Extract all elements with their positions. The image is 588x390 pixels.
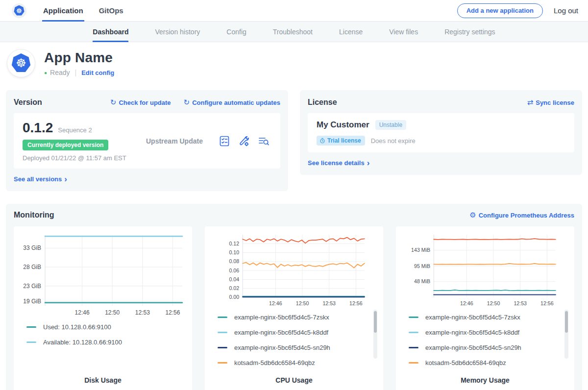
version-sequence: Sequence 2 [58,126,92,134]
configure-prometheus-link[interactable]: ⚙Configure Prometheus Address [469,211,574,219]
chart-title: CPU Usage [210,374,378,387]
legend-swatch [409,347,418,348]
legend-item: example-nginx-5bc6f5d4c5-sn29h [409,344,561,351]
svg-text:0.12: 0.12 [229,241,239,246]
license-card: License ⇄Sync license My Customer Unstab… [300,90,582,175]
chevron-right-icon: › [367,159,370,167]
scrollbar-thumb[interactable] [374,311,377,333]
chart-title: Disk Usage [19,374,187,387]
topnav-item-application[interactable]: Application [42,0,84,22]
legend-label: example-nginx-5bc6f5d4c5-k8ddf [234,329,328,336]
sync-license-link[interactable]: ⇄Sync license [527,98,574,107]
gear-icon: ⚙ [469,211,476,219]
version-number: 0.1.2 [23,120,53,136]
legend-label: example-nginx-5bc6f5d4c5-7zskx [234,314,329,321]
legend-swatch [218,317,227,318]
svg-text:12:50: 12:50 [105,309,120,316]
legend-item: example-nginx-5bc6f5d4c5-7zskx [218,314,369,321]
line-chart: 48 MiB95 MiB143 MiB12:4612:5012:5312:56 [401,231,569,309]
legend-swatch [218,332,227,333]
tab-config[interactable]: Config [226,22,246,42]
svg-text:0.06: 0.06 [229,268,239,273]
svg-text:0.04: 0.04 [229,276,239,282]
svg-text:12:46: 12:46 [460,300,473,306]
legend-item: example-nginx-5bc6f5d4c5-k8ddf [218,329,369,336]
logs-search-icon[interactable] [258,135,270,147]
legend-scrollbar[interactable] [373,310,377,359]
top-nav: ☸ ApplicationGitOps Add a new applicatio… [0,0,588,22]
version-source: Upstream Update [135,137,219,145]
status-text: Ready [50,69,70,76]
license-expiry: Does not expire [371,137,416,145]
chart-title: Memory Usage [401,374,569,387]
svg-text:95 MiB: 95 MiB [414,263,430,269]
svg-text:0.02: 0.02 [229,285,239,291]
legend-item: example-nginx-5bc6f5d4c5-sn29h [218,344,369,351]
tab-troubleshoot[interactable]: Troubleshoot [273,22,313,42]
legend-label: example-nginx-5bc6f5d4c5-7zskx [425,314,520,321]
svg-text:23 GiB: 23 GiB [23,283,41,290]
legend-item: example-nginx-5bc6f5d4c5-k8ddf [409,329,561,336]
divider: | [75,69,77,76]
chart-card: 0.000.020.040.060.080.100.1212:4612:5012… [205,226,383,390]
edit-config-link[interactable]: Edit config [81,69,114,76]
svg-text:12:56: 12:56 [349,300,363,306]
secondary-nav: DashboardVersion historyConfigTroublesho… [0,22,588,42]
tab-license[interactable]: License [339,22,363,42]
config-wrench-icon[interactable] [238,135,250,147]
chevron-right-icon: › [64,175,67,183]
legend-swatch [218,362,227,364]
helm-wheel-icon: ☸ [16,7,23,14]
legend-swatch [26,341,36,343]
preflight-checklist-icon[interactable] [219,135,230,147]
svg-text:12:53: 12:53 [135,309,150,316]
app-avatar: ☸ [7,49,35,77]
tab-dashboard[interactable]: Dashboard [93,22,128,42]
monitoring-section: Monitoring ⚙Configure Prometheus Address… [6,204,582,390]
check-for-update-link[interactable]: ↻Check for update [110,98,171,107]
legend-label: Used: 10.128.0.66:9100 [43,323,111,331]
see-all-versions-link[interactable]: See all versions › [14,175,280,183]
svg-text:33 GiB: 33 GiB [23,244,41,251]
refresh-icon: ↻ [110,98,117,106]
tab-view-files[interactable]: View files [389,22,418,42]
legend-item: Used: 10.128.0.66:9100 [26,323,178,331]
chart-card: 48 MiB95 MiB143 MiB12:4612:5012:5312:56 … [396,226,574,390]
svg-text:12:56: 12:56 [540,300,554,306]
trial-license-badge: Trial license [317,136,365,146]
svg-text:48 MiB: 48 MiB [414,278,430,284]
legend-scrollbar[interactable] [564,310,568,359]
tab-registry-settings[interactable]: Registry settings [444,22,495,42]
current-version-card: 0.1.2 Sequence 2 Currently deployed vers… [14,113,280,169]
legend-item: example-nginx-5bc6f5d4c5-7zskx [409,314,561,321]
scrollbar-thumb[interactable] [565,311,568,333]
see-license-details-link[interactable]: See license details › [308,159,574,167]
logout-button[interactable]: Log out [554,6,578,15]
legend-swatch [26,326,36,328]
svg-text:0.00: 0.00 [229,294,239,300]
line-chart: 0.000.020.040.060.080.100.1212:4612:5012… [210,231,378,309]
add-application-button[interactable]: Add a new application [457,3,543,18]
legend-label: Available: 10.128.0.66:9100 [43,339,122,346]
legend-swatch [409,332,418,333]
legend-swatch [409,362,418,364]
cards-row: Version ↻Check for update ↻Configure aut… [0,85,588,191]
legend-label: example-nginx-5bc6f5d4c5-k8ddf [425,329,519,336]
legend-label: kotsadm-5db6dc6584-69qbz [425,359,506,366]
charts-row: 19 GiB23 GiB28 GiB33 GiB12:4612:5012:531… [14,226,574,390]
kubernetes-logo: ☸ [12,3,26,18]
license-card-title: License [308,98,337,107]
tab-bar: DashboardVersion historyConfigTroublesho… [93,22,495,42]
sync-icon: ⇄ [527,98,534,106]
topnav-item-gitops[interactable]: GitOps [98,0,124,22]
customer-name: My Customer [317,120,369,130]
deployed-badge: Currently deployed version [23,140,108,150]
monitoring-title: Monitoring [14,211,54,219]
license-detail-card: My Customer Unstable Trial license Does … [308,113,574,152]
line-chart: 19 GiB23 GiB28 GiB33 GiB12:4612:5012:531… [19,231,187,318]
svg-text:12:50: 12:50 [296,300,309,306]
legend-item: Available: 10.128.0.66:9100 [26,339,178,346]
tab-version-history[interactable]: Version history [155,22,200,42]
configure-automatic-updates-link[interactable]: ↻Configure automatic updates [184,98,280,107]
app-header: ☸ App Name ● Ready | Edit config [0,42,588,85]
